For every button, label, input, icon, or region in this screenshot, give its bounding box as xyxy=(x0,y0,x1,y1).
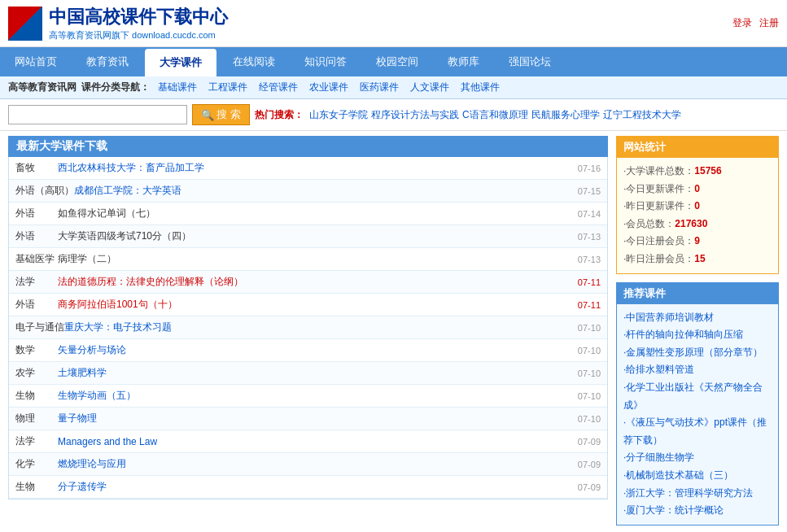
course-category: 外语 xyxy=(15,298,58,312)
search-input[interactable] xyxy=(8,105,187,124)
hot-link[interactable]: 山东女子学院 xyxy=(309,109,368,120)
course-title-link[interactable]: 成都信工学院：大学英语 xyxy=(74,184,570,198)
course-title-link[interactable]: 大学英语四级考试710分（四） xyxy=(58,229,570,243)
login-link[interactable]: 登录 xyxy=(732,17,752,28)
nav-item-教师库[interactable]: 教师库 xyxy=(433,47,494,76)
course-category: 农学 xyxy=(15,366,58,380)
stat-row: ·昨日更新课件：0 xyxy=(623,198,772,216)
register-link[interactable]: 注册 xyxy=(759,17,779,28)
course-category: 外语 xyxy=(15,207,58,220)
cat-link-其他课件[interactable]: 其他课件 xyxy=(457,80,503,95)
cat-link-医药课件[interactable]: 医药课件 xyxy=(356,80,402,95)
table-row: 生物生物学动画（五）07-10 xyxy=(9,385,607,408)
course-title-link[interactable]: Managers and the Law xyxy=(58,436,570,447)
table-row: 基础医学病理学（二）07-13 xyxy=(9,248,607,271)
stat-label: ·昨日更新课件： xyxy=(623,200,694,211)
search-button[interactable]: 🔍 搜 索 xyxy=(192,104,250,125)
logo-subtitle: 高等教育资讯网旗下 download.cucdc.com xyxy=(49,29,228,41)
course-title-link[interactable]: 病理学（二） xyxy=(58,252,570,266)
nav-item-网站首页[interactable]: 网站首页 xyxy=(0,47,72,76)
stats-title: 网站统计 xyxy=(617,137,778,158)
course-title-link[interactable]: 矢量分析与场论 xyxy=(58,343,570,357)
course-date: 07-10 xyxy=(570,323,601,333)
course-category: 畜牧 xyxy=(15,161,58,175)
course-date: 07-15 xyxy=(570,186,601,196)
course-title-link[interactable]: 燃烧理论与应用 xyxy=(58,457,570,471)
nav-item-知识问答[interactable]: 知识问答 xyxy=(290,47,361,76)
table-row: 生物分子遗传学07-09 xyxy=(9,476,607,499)
logo-icon: 中 xyxy=(8,7,42,41)
recommend-body: ·中国营养师培训教材·杆件的轴向拉伸和轴向压缩·金属塑性变形原理（部分章节）·给… xyxy=(617,304,778,525)
course-title-link[interactable]: 商务阿拉伯语1001句（十） xyxy=(58,298,570,312)
course-category: 化学 xyxy=(15,457,58,471)
recommend-link[interactable]: ·杆件的轴向拉伸和轴向压缩 xyxy=(623,326,772,344)
logo-area: 中 中国高校课件下载中心 高等教育资讯网旗下 download.cucdc.co… xyxy=(8,5,228,41)
logo-subtitle-url: download.cucdc.com xyxy=(132,30,216,40)
search-bar: 🔍 搜 索 热门搜索： 山东女子学院程序设计方法与实践C语言和微原理民航服务心理… xyxy=(0,99,787,131)
course-category: 电子与通信 xyxy=(15,321,64,334)
course-category: 生物 xyxy=(15,480,58,494)
nav-item-校园空间[interactable]: 校园空间 xyxy=(361,47,433,76)
course-date: 07-09 xyxy=(570,482,601,492)
stat-value: 217630 xyxy=(675,218,707,229)
hot-link[interactable]: 程序设计方法与实践 xyxy=(371,109,459,120)
recommend-link[interactable]: ·机械制造技术基础（三） xyxy=(623,467,772,485)
course-list: 畜牧西北农林科技大学：畜产品加工学07-16外语（高职）成都信工学院：大学英语0… xyxy=(8,157,608,499)
svg-text:中: 中 xyxy=(19,18,32,32)
stat-value: 15756 xyxy=(694,165,721,177)
nav-item-强国论坛[interactable]: 强国论坛 xyxy=(494,47,566,76)
course-date: 07-11 xyxy=(570,277,601,287)
course-title-link[interactable]: 重庆大学：电子技术习题 xyxy=(64,321,570,334)
recommend-link[interactable]: ·给排水塑料管道 xyxy=(623,361,772,379)
cat-link-人文课件[interactable]: 人文课件 xyxy=(407,80,453,95)
course-date: 07-13 xyxy=(570,232,601,242)
course-title-link[interactable]: 法的道德历程：法律史的伦理解释（论纲） xyxy=(58,275,570,289)
course-title-link[interactable]: 量子物理 xyxy=(58,412,570,425)
cat-link-工程课件[interactable]: 工程课件 xyxy=(205,80,251,95)
recommend-title: 推荐课件 xyxy=(617,283,778,304)
right-panel: 网站统计 ·大学课件总数：15756·今日更新课件：0·昨日更新课件：0·会员总… xyxy=(616,136,779,532)
course-list-title: 最新大学课件下载 xyxy=(8,136,608,157)
svg-rect-0 xyxy=(8,7,42,41)
cat-nav-label: 课件分类导航： xyxy=(81,81,150,94)
stat-label: ·会员总数： xyxy=(623,218,675,229)
nav-item-在线阅读[interactable]: 在线阅读 xyxy=(218,47,290,76)
course-title-link[interactable]: 生物学动画（五） xyxy=(58,389,570,403)
cat-link-经管课件[interactable]: 经管课件 xyxy=(256,80,301,95)
stat-label: ·昨日注册会员： xyxy=(623,253,694,264)
nav-item-大学课件[interactable]: 大学课件 xyxy=(145,49,216,76)
recommend-link[interactable]: ·厦门大学：统计学概论 xyxy=(623,502,772,520)
hot-link[interactable]: 辽宁工程技术大学 xyxy=(603,109,681,120)
hot-link[interactable]: C语言和微原理 xyxy=(462,109,528,120)
hot-link[interactable]: 民航服务心理学 xyxy=(531,109,600,120)
logo-text-area: 中国高校课件下载中心 高等教育资讯网旗下 download.cucdc.com xyxy=(49,5,228,41)
left-panel: 最新大学课件下载 畜牧西北农林科技大学：畜产品加工学07-16外语（高职）成都信… xyxy=(8,136,608,532)
search-icon: 🔍 xyxy=(201,109,214,121)
stat-row: ·昨日注册会员：15 xyxy=(623,251,772,268)
course-date: 07-09 xyxy=(570,460,601,469)
search-btn-label: 搜 索 xyxy=(216,107,241,122)
course-date: 07-13 xyxy=(570,255,601,264)
recommend-link[interactable]: ·《液压与气动技术》ppt课件（推荐下载） xyxy=(623,414,772,449)
stats-body: ·大学课件总数：15756·今日更新课件：0·昨日更新课件：0·会员总数：217… xyxy=(617,158,778,273)
recommend-link[interactable]: ·浙江大学：管理科学研究方法 xyxy=(623,485,772,503)
course-date: 07-14 xyxy=(570,209,601,219)
course-date: 07-10 xyxy=(570,391,601,401)
svg-rect-1 xyxy=(8,7,25,41)
cat-link-农业课件[interactable]: 农业课件 xyxy=(306,80,352,95)
course-title-link[interactable]: 如鱼得水记单词（七） xyxy=(58,207,570,220)
nav-item-教育资讯[interactable]: 教育资讯 xyxy=(72,47,143,76)
recommend-link[interactable]: ·分子细胞生物学 xyxy=(623,449,772,467)
table-row: 外语商务阿拉伯语1001句（十）07-11 xyxy=(9,294,607,316)
recommend-link[interactable]: ·中国营养师培训教材 xyxy=(623,309,772,327)
recommend-link[interactable]: ·化学工业出版社《天然产物全合成》 xyxy=(623,379,772,414)
course-category: 法学 xyxy=(15,434,58,448)
course-title-link[interactable]: 分子遗传学 xyxy=(58,480,570,494)
course-title-link[interactable]: 土壤肥料学 xyxy=(58,366,570,380)
cat-link-基础课件[interactable]: 基础课件 xyxy=(155,80,200,95)
course-title-link[interactable]: 西北农林科技大学：畜产品加工学 xyxy=(58,161,570,175)
stat-row: ·大学课件总数：15756 xyxy=(623,163,772,181)
stat-label: ·今日更新课件： xyxy=(623,183,694,194)
table-row: 农学土壤肥料学07-10 xyxy=(9,362,607,385)
recommend-link[interactable]: ·金属塑性变形原理（部分章节） xyxy=(623,344,772,362)
